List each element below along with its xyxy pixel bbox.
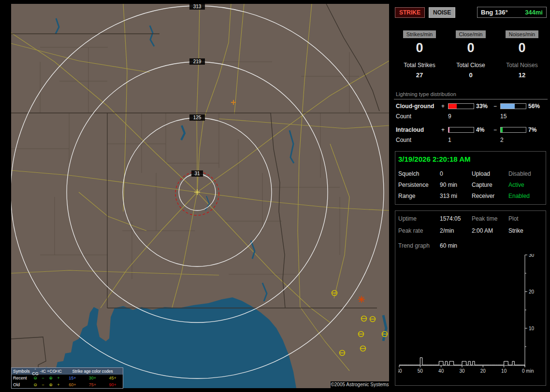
ic-positive-bar: [448, 127, 474, 133]
persistence-value: 90 min: [440, 182, 472, 188]
capture-label: Capture: [472, 182, 508, 188]
legend-recent-label: Recent: [12, 376, 31, 380]
ring-label-313: 313: [193, 4, 202, 9]
trend-graph-window: 60 min: [440, 242, 472, 249]
noise-mode-button[interactable]: NOISE: [429, 7, 455, 18]
svg-text:30: 30: [459, 368, 465, 374]
bearing-value: Bng 136°: [481, 9, 508, 16]
noises-per-min-value: 0: [496, 41, 548, 56]
copyright-text: ©2005 Astrogenic Systems: [331, 381, 389, 388]
capture-status: Active: [508, 182, 543, 188]
persistence-label: Persistence: [398, 182, 440, 188]
total-noises-label: Total Noises: [496, 62, 548, 69]
age-code-45: 45+: [109, 376, 116, 380]
peak-time-value: 2:00 AM: [472, 227, 508, 234]
mode-toolbar: STRIKE NOISE Bng 136° 344mi: [395, 7, 547, 18]
legend-col-pos-ic: +IC: [55, 369, 62, 374]
lightning-distribution: Lightning type distribution Cloud-ground…: [394, 91, 548, 143]
receiver-status: Enabled: [508, 193, 543, 199]
map-display[interactable]: 313 219 125 31: [11, 4, 389, 388]
svg-text:50: 50: [418, 368, 423, 374]
trend-graph-canvas: 3020106050403020100 min: [398, 254, 542, 380]
ring-label-31: 31: [194, 171, 200, 176]
pos-ic-old-icon: +: [55, 382, 62, 387]
rate-counters: Strikes/min 0 Total Strikes 27 Close/min…: [394, 29, 548, 79]
svg-text:60: 60: [398, 368, 402, 374]
cg-negative-count: 15: [500, 113, 526, 120]
uptime-stats-grid: Uptime 1574:05 Peak time Plot Peak rate …: [398, 215, 543, 249]
map-canvas: 313 219 125 31: [11, 4, 389, 388]
legend-old-label: Old: [12, 382, 31, 387]
trend-graph: 3020106050403020100 min: [398, 254, 543, 382]
minus-sign: −: [493, 126, 500, 133]
cg-negative-bar: [500, 103, 526, 109]
ring-label-219: 219: [193, 59, 202, 64]
age-code-60: 60+: [69, 382, 76, 387]
neg-cg-recent-icon: ⊖: [31, 376, 39, 380]
squelch-value: 0: [440, 170, 472, 177]
strikes-per-min-header[interactable]: Strikes/min: [403, 30, 436, 38]
ic-negative-bar: [500, 127, 526, 133]
noises-per-min-header[interactable]: Noises/min: [506, 30, 538, 38]
svg-text:30: 30: [529, 254, 535, 258]
legend-col-neg-ic: -IC: [39, 369, 47, 374]
svg-text:0 min: 0 min: [522, 368, 534, 374]
intracloud-count-row: Count 1 2: [394, 133, 548, 143]
trend-graph-label: Trend graph: [398, 242, 440, 249]
close-per-min-header[interactable]: Close/min: [456, 30, 486, 38]
pos-cg-old-icon: ⊕: [47, 382, 55, 387]
plus-sign: +: [441, 103, 448, 110]
cloud-ground-count-row: Count 9 15: [394, 110, 548, 120]
legend-col-pos-cg: +CG: [47, 369, 55, 374]
pos-ic-recent-icon: +: [55, 376, 62, 380]
symbol-legend: Symbols -CG -IC +CG +IC Strike age color…: [11, 367, 123, 389]
total-close-value: 0: [445, 71, 496, 79]
strike-mode-button[interactable]: STRIKE: [395, 7, 425, 18]
neg-ic-old-icon: −: [39, 382, 47, 387]
receiver-status-box: 3/19/2026 2:20:18 AM Squelch 0 Upload Di…: [395, 151, 546, 205]
legend-row-recent: Recent ⊖ − ⊕ + 15+ 30+ 45+: [12, 375, 123, 381]
upload-label: Upload: [472, 170, 508, 177]
legend-symbols-title: Symbols: [12, 369, 31, 374]
svg-text:10: 10: [529, 326, 535, 331]
close-per-min-value: 0: [445, 41, 496, 56]
legend-header: Symbols -CG -IC +CG +IC Strike age color…: [12, 368, 123, 375]
legend-col-neg-cg: -CG: [31, 366, 39, 376]
pos-cg-recent-icon: ⊕: [47, 376, 55, 380]
trend-box: Uptime 1574:05 Peak time Plot Peak rate …: [395, 210, 546, 386]
upload-status: Disabled: [508, 170, 543, 177]
range-value: 313 mi: [440, 193, 472, 199]
current-timestamp: 3/19/2026 2:20:18 AM: [398, 155, 543, 163]
uptime-label: Uptime: [398, 215, 440, 222]
legend-age-title: Strike age color codes: [62, 369, 123, 374]
svg-text:40: 40: [438, 368, 444, 374]
svg-text:20: 20: [529, 289, 535, 294]
total-strikes-value: 27: [394, 71, 445, 79]
cg-positive-pct: 33%: [474, 103, 493, 110]
close-per-min-column: Close/min 0 Total Close 0: [445, 29, 496, 79]
age-code-15: 15+: [69, 376, 76, 380]
neg-cg-old-icon: ⊖: [31, 382, 39, 387]
receiver-label: Receiver: [472, 193, 508, 199]
peak-time-label: Peak time: [472, 215, 508, 222]
total-close-label: Total Close: [445, 62, 496, 69]
peak-rate-value: 2/min: [440, 227, 472, 234]
status-sidebar: STRIKE NOISE Bng 136° 344mi Strikes/min …: [394, 0, 548, 392]
range-label: Range: [398, 193, 440, 199]
age-code-90: 90+: [109, 382, 116, 387]
noises-per-min-column: Noises/min 0 Total Noises 12: [496, 29, 548, 79]
ic-negative-count: 2: [500, 137, 526, 143]
uptime-value: 1574:05: [440, 215, 472, 222]
intracloud-label: Intracloud: [396, 126, 441, 133]
distribution-title: Lightning type distribution: [394, 91, 548, 99]
cg-positive-count: 9: [448, 113, 474, 120]
ic-positive-count: 1: [448, 137, 474, 143]
minus-sign: −: [493, 103, 500, 110]
age-code-75: 75+: [89, 382, 96, 387]
svg-text:10: 10: [501, 368, 507, 374]
receiver-status-grid: Squelch 0 Upload Disabled Persistence 90…: [398, 170, 543, 199]
cg-positive-bar: [448, 103, 474, 109]
ic-negative-pct: 7%: [526, 126, 546, 133]
bearing-readout: Bng 136° 344mi: [477, 7, 547, 18]
plot-value: Strike: [508, 227, 543, 234]
